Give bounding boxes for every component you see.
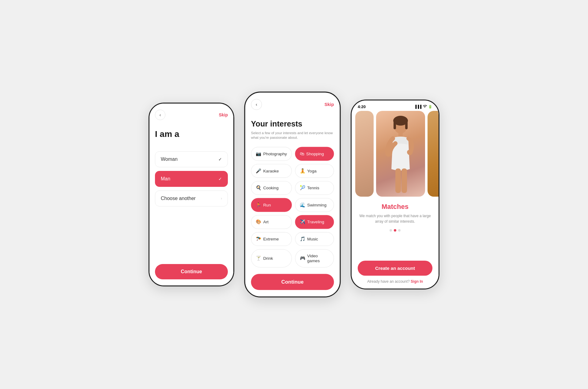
yoga-label: Yoga <box>307 168 317 173</box>
interest-cooking[interactable]: 🍳 Cooking <box>251 181 292 195</box>
karaoke-icon: 🎤 <box>256 168 261 173</box>
svg-rect-6 <box>395 168 401 193</box>
phone3-btn-area: Create an account Already have an accoun… <box>352 261 439 289</box>
phone2-skip-button[interactable]: Skip <box>324 102 334 107</box>
videogames-label: Video games <box>307 254 329 263</box>
option-woman-label: Woman <box>161 157 178 162</box>
interest-traveling[interactable]: ✈️ Traveling <box>295 215 334 229</box>
dot-3[interactable] <box>398 229 401 232</box>
phone2-screen: ‹ Skip Your interests Select a few of yo… <box>245 93 340 296</box>
svg-rect-2 <box>394 120 396 129</box>
traveling-icon: ✈️ <box>300 219 305 225</box>
swimming-label: Swimming <box>307 202 326 207</box>
phone1-back-button[interactable]: ‹ <box>155 110 165 120</box>
yoga-icon: 🧘 <box>300 168 305 173</box>
interest-extreme[interactable]: 🪂 Extreme <box>251 232 292 246</box>
dot-2[interactable] <box>394 229 396 232</box>
back-icon: ‹ <box>160 112 161 117</box>
drink-icon: 🍸 <box>256 256 261 261</box>
phone-3: 4:20 ▐▐▐ 🔋 <box>351 100 439 289</box>
photography-icon: 📷 <box>256 151 261 157</box>
interest-music[interactable]: 🎵 Music <box>295 232 334 246</box>
run-icon: 🏃 <box>256 202 261 208</box>
interest-tennis[interactable]: 🎾 Tennis <box>295 181 334 195</box>
matches-desc: We match you with people that have a lar… <box>358 213 432 224</box>
signin-prompt: Already have an account? <box>367 279 410 284</box>
signin-link[interactable]: Sign In <box>411 279 423 284</box>
photo-carousel <box>352 111 439 197</box>
phone2-topbar: ‹ Skip <box>251 99 334 110</box>
interest-drink[interactable]: 🍸 Drink <box>251 249 292 267</box>
shopping-icon: 🛍 <box>300 151 304 157</box>
signin-text: Already have an account? Sign In <box>358 279 432 284</box>
option-man[interactable]: Man ✓ <box>155 171 228 187</box>
photo-side-right <box>428 111 439 197</box>
create-account-button[interactable]: Create an account <box>358 261 432 276</box>
shopping-label: Shopping <box>306 151 324 156</box>
music-icon: 🎵 <box>300 236 305 242</box>
drink-label: Drink <box>263 256 273 261</box>
phone-2: ‹ Skip Your interests Select a few of yo… <box>244 92 341 297</box>
interest-art[interactable]: 🎨 Art <box>251 215 292 229</box>
music-label: Music <box>307 237 318 242</box>
svg-rect-3 <box>405 120 408 129</box>
app-scene: ‹ Skip I am a Woman ✓ Man ✓ Choose ano <box>149 96 439 293</box>
art-label: Art <box>263 220 268 225</box>
option-other-chevron: › <box>221 196 222 201</box>
time-display: 4:20 <box>358 104 366 109</box>
interest-photography[interactable]: 📷 Photography <box>251 147 292 161</box>
interests-subtitle: Select a few of your interests and let e… <box>251 130 334 140</box>
swimming-icon: 🌊 <box>300 202 305 208</box>
photography-label: Photography <box>263 151 287 156</box>
signal-icon: ▐▐▐ <box>414 105 421 108</box>
phone-1: ‹ Skip I am a Woman ✓ Man ✓ Choose ano <box>149 103 234 286</box>
extreme-label: Extreme <box>263 237 279 242</box>
cooking-icon: 🍳 <box>256 185 261 191</box>
interest-shopping[interactable]: 🛍 Shopping <box>295 147 334 161</box>
phone2-back-button[interactable]: ‹ <box>251 99 262 110</box>
option-woman[interactable]: Woman ✓ <box>155 151 228 167</box>
run-label: Run <box>263 202 271 207</box>
extreme-icon: 🪂 <box>256 236 261 242</box>
phone1-screen: ‹ Skip I am a Woman ✓ Man ✓ Choose ano <box>149 104 233 285</box>
phone1-continue-button[interactable]: Continue <box>155 264 228 279</box>
videogames-icon: 🎮 <box>300 256 305 261</box>
back-icon-2: ‹ <box>256 102 257 107</box>
phone1-headline: I am a <box>155 129 228 139</box>
matches-title: Matches <box>358 203 432 211</box>
interest-yoga[interactable]: 🧘 Yoga <box>295 164 334 178</box>
tennis-icon: 🎾 <box>300 185 305 191</box>
matches-section: Matches We match you with people that ha… <box>352 197 439 261</box>
karaoke-label: Karaoke <box>263 168 279 173</box>
traveling-label: Traveling <box>307 220 324 225</box>
tennis-label: Tennis <box>307 185 319 190</box>
svg-rect-7 <box>401 168 407 193</box>
photo-side-left <box>355 111 374 197</box>
battery-icon: 🔋 <box>428 105 432 109</box>
cooking-label: Cooking <box>263 185 278 190</box>
dot-1[interactable] <box>390 229 392 232</box>
pagination-dots <box>358 229 432 232</box>
phone1-skip-button[interactable]: Skip <box>219 112 228 117</box>
option-man-check: ✓ <box>218 176 222 181</box>
interest-run[interactable]: 🏃 Run <box>251 198 292 212</box>
interests-title: Your interests <box>251 119 334 128</box>
status-icons: ▐▐▐ 🔋 <box>414 104 432 109</box>
option-man-label: Man <box>161 176 170 182</box>
option-woman-check: ✓ <box>218 157 222 162</box>
photo-main <box>376 111 425 197</box>
interests-grid: 📷 Photography 🛍 Shopping 🎤 Karaoke <box>251 147 334 267</box>
phone2-continue-button[interactable]: Continue <box>251 274 334 290</box>
interest-videogames[interactable]: 🎮 Video games <box>295 249 334 267</box>
status-bar: 4:20 ▐▐▐ 🔋 <box>352 100 439 111</box>
art-icon: 🎨 <box>256 219 261 225</box>
phone1-topbar: ‹ Skip <box>155 110 228 120</box>
phone-2-wrap: ‹ Skip Your interests Select a few of yo… <box>247 96 338 293</box>
phone3-screen: 4:20 ▐▐▐ 🔋 <box>352 100 439 289</box>
option-other-label: Choose another <box>161 196 196 201</box>
interest-karaoke[interactable]: 🎤 Karaoke <box>251 164 292 178</box>
svg-point-5 <box>407 150 412 155</box>
interest-swimming[interactable]: 🌊 Swimming <box>295 198 334 212</box>
option-other[interactable]: Choose another › <box>155 191 228 206</box>
phone1-option-list: Woman ✓ Man ✓ Choose another › <box>155 151 228 258</box>
